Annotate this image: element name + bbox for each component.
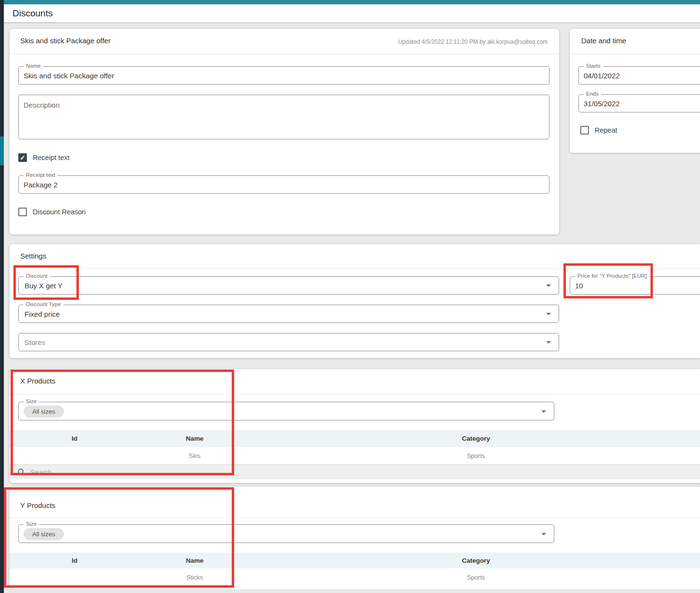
- description-field-label: Description: [24, 101, 60, 109]
- y-products-table-header: Id Name Category: [10, 553, 700, 568]
- ends-field[interactable]: Ends: [578, 94, 700, 112]
- x-products-card: X Products Size All sizes Id Name Catego…: [10, 369, 700, 483]
- x-size-chip[interactable]: All sizes: [24, 406, 64, 418]
- discount-reason-checkbox-label: Discount Reason: [33, 208, 86, 216]
- receipt-text-field[interactable]: Receipt text: [18, 175, 550, 194]
- repeat-checkbox-row[interactable]: Repeat: [580, 126, 617, 135]
- discount-reason-checkbox[interactable]: [18, 208, 27, 216]
- discount-type-select-label: Discount Type: [24, 301, 63, 307]
- chevron-down-icon: [546, 341, 551, 344]
- discount-reason-checkbox-row[interactable]: Discount Reason: [18, 208, 86, 216]
- cell-category: Sports: [413, 574, 538, 581]
- offer-card: Skis and stick Package offer Updated 4/5…: [10, 29, 559, 235]
- x-size-select[interactable]: Size All sizes: [18, 402, 554, 420]
- settings-card: Settings Discount Buy X get Y Discount T…: [10, 244, 700, 358]
- divider: [10, 268, 700, 269]
- column-header-name: Name: [139, 557, 250, 564]
- column-header-name: Name: [139, 435, 250, 442]
- search-placeholder: Search...: [30, 469, 57, 476]
- price-y-products-field[interactable]: Price for "Y Products" [EUR]: [570, 276, 700, 295]
- column-header-id: Id: [10, 557, 139, 564]
- column-header-category: Category: [413, 557, 538, 564]
- receipt-text-checkbox-row[interactable]: ✓ Receipt text: [18, 153, 70, 162]
- y-size-chip[interactable]: All sizes: [24, 528, 64, 540]
- discount-select[interactable]: Discount Buy X get Y: [18, 276, 559, 295]
- y-products-title: Y Products: [20, 501, 55, 509]
- chevron-down-icon: [541, 410, 546, 413]
- settings-card-title: Settings: [20, 252, 46, 260]
- offer-card-title: Skis and stick Package offer: [20, 37, 111, 45]
- receipt-text-input[interactable]: [24, 176, 544, 193]
- repeat-checkbox-label: Repeat: [595, 126, 617, 134]
- scroll-indicator: [0, 136, 4, 165]
- cell-name: Skis: [139, 452, 250, 459]
- app-header: Discounts: [4, 4, 700, 22]
- chevron-down-icon: [546, 313, 551, 315]
- table-row: Skis Sports: [10, 447, 700, 465]
- stores-select[interactable]: Stores: [18, 333, 559, 351]
- chevron-down-icon: [541, 533, 546, 535]
- x-products-title: X Products: [20, 377, 55, 385]
- discount-type-select-value: Fixed price: [25, 310, 60, 318]
- divider: [570, 54, 700, 54]
- divider: [10, 394, 700, 395]
- receipt-text-checkbox[interactable]: ✓: [18, 153, 27, 162]
- divider: [10, 54, 559, 54]
- discount-type-select[interactable]: Discount Type Fixed price: [18, 305, 559, 323]
- price-y-products-input[interactable]: [575, 277, 700, 294]
- datetime-card: Date and time Starts Ends Repeat: [570, 29, 700, 153]
- x-products-table-header: Id Name Category: [10, 430, 700, 447]
- description-field[interactable]: Description: [18, 95, 550, 139]
- left-edge-strip: [0, 0, 4, 593]
- datetime-card-title: Date and time: [581, 37, 626, 45]
- repeat-checkbox[interactable]: [580, 126, 589, 135]
- table-row: Sticks Sports: [10, 568, 700, 586]
- top-accent-bar: [0, 0, 700, 4]
- column-header-id: Id: [10, 435, 139, 442]
- divider: [10, 518, 700, 518]
- search-icon: [17, 468, 25, 476]
- updated-note: Updated 4/5/2022 12:11:20 PM by aki.korp…: [398, 38, 548, 45]
- name-input[interactable]: [24, 67, 544, 84]
- ends-input[interactable]: [584, 95, 700, 112]
- x-products-search[interactable]: Search...: [10, 465, 700, 479]
- receipt-text-checkbox-label: Receipt text: [33, 154, 70, 161]
- cell-category: Sports: [413, 452, 538, 459]
- column-header-category: Category: [413, 435, 538, 442]
- y-size-select[interactable]: Size All sizes: [18, 524, 554, 543]
- x-size-select-label: Size: [24, 398, 39, 404]
- clipped-row-band: [10, 589, 700, 593]
- y-size-select-label: Size: [24, 521, 39, 527]
- name-field[interactable]: Name: [18, 66, 550, 85]
- chevron-down-icon: [546, 284, 551, 287]
- stores-select-placeholder: Stores: [25, 338, 45, 346]
- cell-name: Sticks: [139, 574, 250, 581]
- page-title: Discounts: [12, 8, 52, 19]
- y-products-card: Y Products Size All sizes Id Name Catego…: [10, 487, 700, 589]
- discount-select-label: Discount: [24, 273, 50, 279]
- starts-input[interactable]: [584, 67, 700, 84]
- starts-field[interactable]: Starts: [578, 66, 700, 85]
- discount-select-value: Buy X get Y: [25, 282, 62, 290]
